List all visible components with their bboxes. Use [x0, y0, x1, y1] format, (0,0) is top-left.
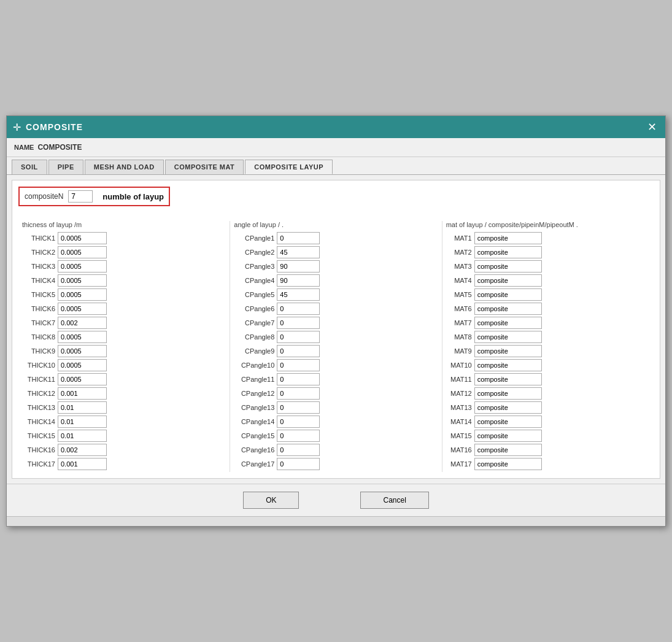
thick-label: THICK5	[21, 291, 55, 298]
angle-rows: CPangle1 CPangle2 CPangle3 CPangle4 CPan…	[233, 232, 436, 470]
thick-label: THICK3	[21, 263, 55, 270]
mat-label: MAT9	[445, 347, 472, 355]
mat-label: MAT14	[445, 418, 472, 425]
angle-row: CPangle10	[233, 359, 436, 371]
angle-row: CPangle9	[233, 345, 436, 357]
thickness-row: THICK8	[21, 331, 225, 343]
angle-row: CPangle12	[233, 387, 436, 400]
angle-input[interactable]	[277, 274, 320, 287]
mat-input[interactable]	[474, 274, 542, 287]
thick-label: THICK10	[21, 362, 55, 369]
angle-input[interactable]	[277, 345, 320, 357]
mat-input[interactable]	[474, 288, 542, 301]
thick-input[interactable]	[58, 387, 107, 400]
mat-row: MAT6	[445, 303, 649, 315]
angle-input[interactable]	[277, 288, 320, 301]
angle-row: CPangle8	[233, 331, 436, 343]
angle-input[interactable]	[277, 260, 320, 273]
thick-input[interactable]	[58, 359, 107, 371]
angle-input[interactable]	[277, 458, 320, 470]
mat-header: mat of layup / composite/pipeinM/pipeout…	[445, 221, 649, 228]
mat-row: MAT1	[445, 232, 649, 244]
angle-label: CPangle13	[233, 404, 274, 411]
mat-input[interactable]	[474, 458, 542, 470]
angle-label: CPangle6	[233, 305, 274, 312]
mat-input[interactable]	[474, 331, 542, 343]
thick-input[interactable]	[58, 274, 107, 287]
mat-input[interactable]	[474, 373, 542, 385]
angle-row: CPangle1	[233, 232, 436, 244]
angle-label: CPangle10	[233, 362, 274, 369]
mat-input[interactable]	[474, 401, 542, 414]
angle-label: CPangle11	[233, 376, 274, 383]
angle-input[interactable]	[277, 430, 320, 442]
thick-input[interactable]	[58, 373, 107, 385]
mat-input[interactable]	[474, 387, 542, 400]
cancel-button[interactable]: Cancel	[360, 492, 428, 509]
mat-input[interactable]	[474, 416, 542, 428]
mat-label: MAT4	[445, 277, 472, 284]
thick-input[interactable]	[58, 416, 107, 428]
title-bar-left: ✛ COMPOSITE	[13, 122, 83, 133]
mat-input[interactable]	[474, 345, 542, 357]
thick-input[interactable]	[58, 401, 107, 414]
angle-input[interactable]	[277, 359, 320, 371]
thick-label: THICK11	[21, 376, 55, 383]
angle-input[interactable]	[277, 317, 320, 329]
thick-input[interactable]	[58, 317, 107, 329]
mat-input[interactable]	[474, 430, 542, 442]
mat-row: MAT9	[445, 345, 649, 357]
thickness-row: THICK16	[21, 444, 225, 456]
thick-input[interactable]	[58, 458, 107, 470]
tab-composite-layup[interactable]: COMPOSITE LAYUP	[245, 160, 333, 174]
mat-label: MAT17	[445, 460, 472, 468]
name-value: COMPOSITE	[37, 143, 82, 152]
mat-input[interactable]	[474, 303, 542, 315]
angle-input[interactable]	[277, 444, 320, 456]
tab-soil[interactable]: SOIL	[12, 160, 47, 174]
thick-input[interactable]	[58, 232, 107, 244]
thick-input[interactable]	[58, 303, 107, 315]
angle-input[interactable]	[277, 416, 320, 428]
thick-label: THICK2	[21, 249, 55, 256]
mat-input[interactable]	[474, 444, 542, 456]
thick-input[interactable]	[58, 246, 107, 258]
thick-input[interactable]	[58, 430, 107, 442]
thickness-row: THICK17	[21, 458, 225, 470]
thick-input[interactable]	[58, 444, 107, 456]
thick-input[interactable]	[58, 288, 107, 301]
thickness-row: THICK9	[21, 345, 225, 357]
thick-input[interactable]	[58, 345, 107, 357]
tab-pipe[interactable]: PIPE	[48, 160, 83, 174]
angle-label: CPangle4	[233, 277, 274, 284]
mat-input[interactable]	[474, 317, 542, 329]
thick-label: THICK12	[21, 390, 55, 397]
close-button[interactable]: ✕	[645, 122, 659, 133]
ok-button[interactable]: OK	[243, 492, 299, 509]
composite-n-input[interactable]	[68, 190, 93, 203]
angle-input[interactable]	[277, 373, 320, 385]
thick-label: THICK7	[21, 319, 55, 327]
angle-input[interactable]	[277, 232, 320, 244]
angle-input[interactable]	[277, 246, 320, 258]
mat-input[interactable]	[474, 359, 542, 371]
angle-label: CPangle5	[233, 291, 274, 298]
tab-composite-mat[interactable]: COMPOSITE MAT	[165, 160, 244, 174]
angle-input[interactable]	[277, 401, 320, 414]
mat-label: MAT16	[445, 446, 472, 454]
mat-input[interactable]	[474, 232, 542, 244]
thick-input[interactable]	[58, 260, 107, 273]
angle-input[interactable]	[277, 387, 320, 400]
tab-mesh-and-load[interactable]: MESH AND LOAD	[85, 160, 164, 174]
mat-input[interactable]	[474, 246, 542, 258]
dialog-title: COMPOSITE	[26, 122, 83, 132]
angle-input[interactable]	[277, 331, 320, 343]
thickness-row: THICK11	[21, 373, 225, 385]
angle-input[interactable]	[277, 303, 320, 315]
thickness-row: THICK10	[21, 359, 225, 371]
angle-label: CPangle8	[233, 333, 274, 341]
angle-label: CPangle15	[233, 432, 274, 439]
thick-input[interactable]	[58, 331, 107, 343]
mat-input[interactable]	[474, 260, 542, 273]
mat-row: MAT3	[445, 260, 649, 273]
